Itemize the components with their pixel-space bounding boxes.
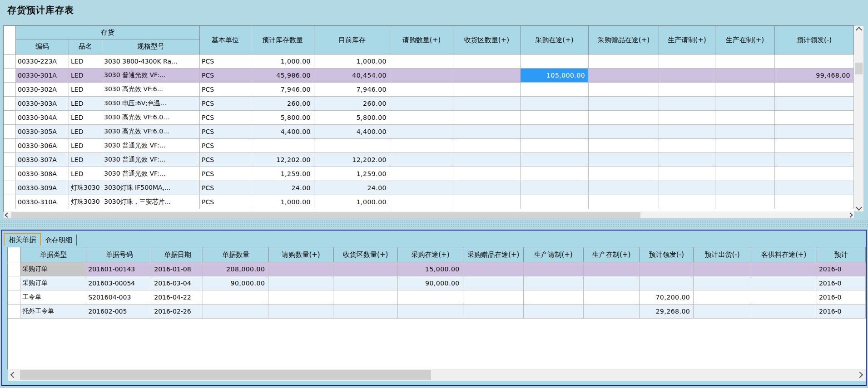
grid-cell[interactable]: 3030 普通光效 VF:... [102,139,200,152]
grid-cell[interactable] [775,139,854,152]
grid-cell[interactable] [251,139,314,152]
grid-cell[interactable]: 208,000.00 [203,262,268,276]
grid-cell[interactable]: 201601-00143 [86,262,152,276]
inventory-row[interactable]: 00330-301ALED3030 普通光效 VF:...PCS45,986.0… [4,69,854,83]
grid-cell[interactable] [463,290,524,304]
grid-cell[interactable]: PCS [200,54,251,68]
grid-cell[interactable] [775,83,854,96]
grid-cell[interactable]: 12,202.00 [314,153,390,167]
grid-cell[interactable]: 24.00 [314,181,390,195]
grid-cell[interactable] [268,305,333,318]
grid-cell[interactable] [521,139,589,152]
grid-cell[interactable] [589,181,659,195]
grid-cell[interactable]: LED [69,83,102,96]
grid-cell[interactable] [715,83,775,96]
grid-cell[interactable] [659,54,715,68]
scroll-up-button[interactable] [854,26,863,34]
inventory-row[interactable]: 00330-223ALED3030 3800-4300K Ra...PCS1,0… [4,54,854,69]
grid-cell[interactable] [268,290,333,304]
grid-cell[interactable] [390,153,453,167]
row-selector-cell[interactable] [4,139,16,152]
grid-cell[interactable] [390,125,453,138]
grid-cell[interactable]: 12,202.00 [251,153,314,167]
grid-cell[interactable] [390,167,453,181]
grid-cell[interactable] [463,305,524,318]
grid-cell[interactable]: 45,986.00 [251,69,314,82]
grid-cell[interactable] [589,125,659,138]
inventory-row[interactable]: 00330-303ALED3030 电压:6V;色温...PCS260.0026… [4,97,854,111]
grid-cell[interactable]: PCS [200,195,251,209]
grid-cell[interactable]: 3030 电压:6V;色温... [102,97,200,110]
document-row[interactable]: 采购订单201601-001432016-01-08208,000.0015,0… [8,262,866,276]
grid-cell[interactable] [521,54,589,68]
grid-cell[interactable] [333,276,397,290]
grid-cell[interactable] [751,290,817,304]
row-selector-cell[interactable] [4,83,16,96]
grid-cell[interactable] [589,167,659,181]
grid-cell[interactable] [775,195,854,209]
grid-cell[interactable] [521,167,589,181]
grid-cell[interactable] [775,181,854,195]
grid-cell[interactable]: 灯珠3030 [69,181,102,195]
grid-cell[interactable]: LED [69,139,102,152]
grid-cell[interactable]: PCS [200,111,251,124]
grid-cell[interactable]: 24.00 [251,181,314,195]
grid-cell[interactable]: 2016-04-22 [152,290,203,304]
grid-cell[interactable] [268,262,333,276]
grid-cell[interactable]: 00330-305A [16,125,69,138]
inventory-row[interactable]: 00330-302ALED3030 高光效 VF:6...PCS7,946.00… [4,83,854,97]
row-selector-cell[interactable] [4,167,16,181]
row-selector-cell[interactable] [8,290,20,304]
grid-cell[interactable]: 5,800.00 [314,111,390,124]
grid-cell[interactable] [715,181,775,195]
row-selector-cell[interactable] [4,181,16,195]
grid-cell[interactable] [775,125,854,138]
inventory-row[interactable]: 00330-305ALED3030 高光效 VF:6.0...PCS4,400.… [4,125,854,139]
grid-cell[interactable] [333,305,397,318]
grid-cell[interactable]: 1,000.00 [251,195,314,209]
grid-cell[interactable] [453,111,521,124]
grid-cell[interactable] [521,125,589,138]
grid-cell[interactable]: 采购订单 [20,276,86,290]
grid-cell[interactable]: LED [69,167,102,181]
grid-cell[interactable] [524,276,583,290]
grid-cell[interactable]: 260.00 [251,97,314,110]
grid-cell[interactable] [453,54,521,68]
scroll-right-button[interactable] [854,369,866,381]
grid-cell[interactable] [751,305,817,318]
grid-cell[interactable] [314,139,390,152]
row-selector-cell[interactable] [4,195,16,209]
grid-cell[interactable] [521,195,589,209]
hscrollbar-thumb[interactable] [11,212,640,218]
grid-cell[interactable] [333,262,397,276]
grid-cell[interactable]: 托外工令单 [20,305,86,318]
grid-cell[interactable]: PCS [200,83,251,96]
hscrollbar-thumb[interactable] [20,370,431,380]
grid-cell[interactable]: 采购订单 [20,262,86,276]
row-selector-cell[interactable] [4,54,16,68]
grid-cell[interactable] [589,97,659,110]
grid-cell[interactable] [453,97,521,110]
grid-cell[interactable] [659,181,715,195]
grid-cell[interactable] [589,153,659,167]
grid-cell[interactable]: 2016-03-04 [152,276,203,290]
grid-cell[interactable] [715,139,775,152]
grid-cell[interactable] [775,97,854,110]
grid-cell[interactable] [659,69,715,82]
panel-splitter[interactable] [0,220,868,227]
grid-cell[interactable]: PCS [200,97,251,110]
inventory-row[interactable]: 00330-304ALED3030 高光效 VF:6.0...PCS5,800.… [4,111,854,125]
grid-cell[interactable] [659,167,715,181]
grid-cell[interactable] [521,181,589,195]
grid-cell[interactable] [715,167,775,181]
grid-cell[interactable] [390,139,453,152]
grid-cell[interactable] [521,111,589,124]
grid-cell[interactable] [463,262,524,276]
grid-cell[interactable] [640,276,694,290]
grid-cell[interactable] [659,195,715,209]
row-selector-cell[interactable] [8,262,20,276]
grid-cell[interactable]: 00330-308A [16,167,69,181]
grid-cell[interactable]: 7,946.00 [314,83,390,96]
grid-cell[interactable] [524,290,583,304]
grid-cell[interactable] [589,83,659,96]
